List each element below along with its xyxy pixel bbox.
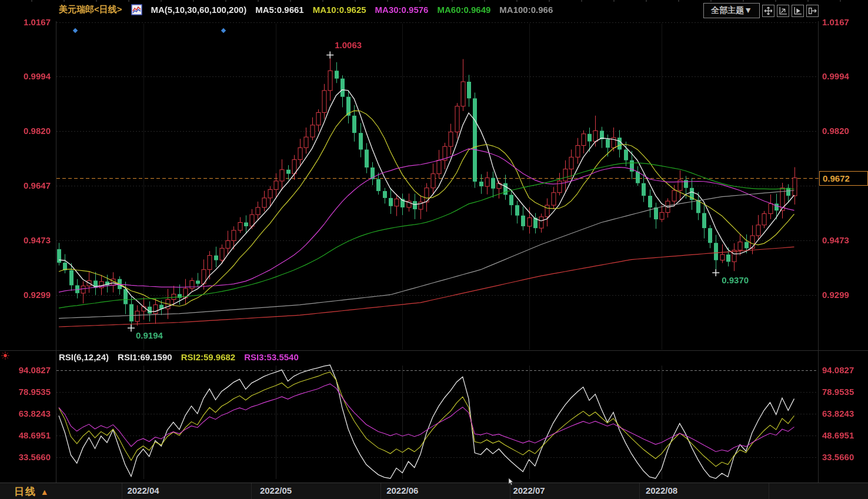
top-ruler-ticks [0, 0, 868, 2]
time-axis-separator [639, 483, 640, 499]
period-label: 日线 [14, 486, 36, 497]
x-axis-month-label: 2022/08 [638, 485, 685, 495]
chart-canvas[interactable] [0, 0, 868, 499]
rsi-header: RSI(6,12,24) RSI1:69.1590 RSI2:59.9682 R… [59, 352, 299, 362]
pane-exit-icon[interactable] [806, 5, 819, 17]
x-axis-month-label: 2022/06 [379, 485, 426, 495]
ma60-value: MA60:0.9649 [437, 5, 490, 15]
move-crosshair-icon[interactable] [762, 5, 774, 17]
time-axis-separator [122, 483, 122, 499]
ma100-value: MA100:0.966 [499, 5, 553, 15]
rsi1-value: RSI1:69.1590 [118, 352, 172, 362]
period-selector[interactable]: 日线 ▲ [14, 485, 49, 498]
rsi-group-label: RSI(6,12,24) [59, 352, 109, 362]
header-toolbar: 全部主题▼ [703, 3, 819, 18]
x-axis-month-label: 2022/05 [252, 485, 299, 495]
chart-header: 美元瑞郎<日线> MA(5,10,30,60,100,200) MA5:0.96… [59, 4, 553, 15]
ma5-value: MA5:0.9661 [255, 5, 304, 15]
rsi3-value: RSI3:53.5540 [244, 352, 299, 362]
time-axis-bar: 日线 ▲ 2022/042022/052022/062022/072022/08 [0, 483, 868, 499]
indicator-chart-icon[interactable] [131, 4, 142, 15]
time-axis-separator [380, 483, 381, 499]
rsi2-value: RSI2:59.9682 [181, 352, 236, 362]
current-price-box: 0.9672 [819, 171, 868, 186]
axis-play-icon[interactable] [792, 5, 804, 17]
symbol-title: 美元瑞郎<日线> [59, 4, 122, 15]
axis-arrow-icon[interactable] [777, 5, 789, 17]
x-axis-month-label: 2022/04 [120, 485, 167, 495]
time-axis-separator [769, 483, 769, 499]
ma10-value: MA10:0.9625 [313, 5, 366, 15]
theme-selector-button[interactable]: 全部主题▼ [703, 3, 760, 18]
indicator-alert-icon[interactable] [1, 351, 10, 363]
time-axis-separator [251, 483, 252, 499]
ma30-value: MA30:0.9576 [375, 5, 429, 15]
mouse-cursor-icon [508, 478, 515, 488]
period-up-triangle: ▲ [41, 487, 49, 497]
ma-group-label: MA(5,10,30,60,100,200) [151, 5, 247, 15]
